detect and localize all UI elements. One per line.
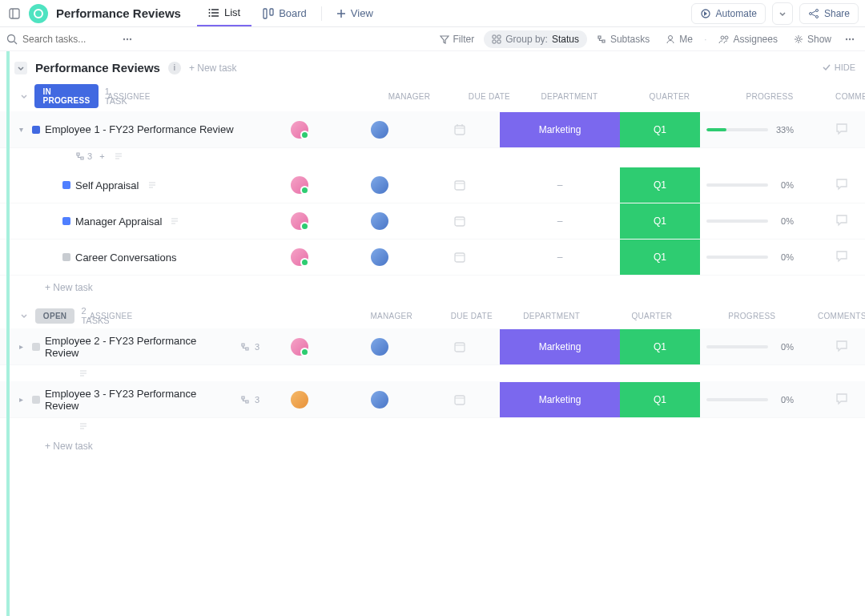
progress-cell[interactable]: 0% — [700, 252, 800, 262]
assignee-avatar[interactable] — [291, 212, 308, 230]
progress-cell[interactable]: 33% — [700, 125, 800, 135]
manager-avatar[interactable] — [371, 338, 388, 356]
subtasks-button[interactable]: Subtasks — [590, 30, 656, 48]
filter-button[interactable]: Filter — [433, 30, 481, 48]
quarter-cell[interactable]: Q1 — [620, 203, 700, 239]
col-due-date[interactable]: DUE DATE — [449, 92, 529, 101]
col-progress[interactable]: PROGRESS — [712, 312, 792, 320]
assignee-avatar[interactable] — [291, 391, 308, 409]
manager-avatar[interactable] — [371, 212, 388, 230]
group-new-task[interactable]: + New task — [189, 62, 237, 74]
col-comments[interactable]: COMMENTS — [810, 92, 865, 101]
comments-button[interactable] — [835, 122, 851, 138]
col-due-date[interactable]: DUE DATE — [432, 312, 512, 320]
automate-dropdown[interactable] — [772, 2, 793, 25]
col-manager[interactable]: MANAGER — [352, 312, 432, 320]
col-assignee[interactable]: ASSIGNEE — [0, 312, 352, 320]
comments-button[interactable] — [835, 339, 851, 355]
sidebar-toggle-button[interactable] — [6, 6, 22, 22]
search-input[interactable] — [22, 34, 119, 45]
quarter-cell[interactable]: Q1 — [620, 240, 700, 275]
status-box[interactable] — [62, 217, 70, 225]
comments-button[interactable] — [835, 213, 851, 229]
group-by-button[interactable]: Group by: Status — [484, 30, 587, 48]
expand-toggle[interactable]: ▾ — [19, 125, 27, 134]
space-title[interactable]: Performance Reviews — [56, 6, 181, 20]
due-date-picker[interactable] — [452, 213, 468, 229]
quarter-cell[interactable]: Q1 — [620, 167, 700, 203]
space-logo[interactable] — [29, 4, 48, 23]
due-date-picker[interactable] — [452, 122, 468, 138]
group-title[interactable]: Performance Reviews — [35, 61, 160, 74]
col-department[interactable]: DEPARTMENT — [529, 92, 610, 101]
subtask-row[interactable]: Career Conversations – Q1 0% — [0, 240, 865, 276]
quarter-cell[interactable]: Q1 — [620, 382, 700, 417]
share-button[interactable]: Share — [799, 3, 859, 24]
progress-cell[interactable]: 0% — [700, 342, 800, 352]
task-row[interactable]: ▾ Employee 1 - FY23 Performance Review M… — [0, 111, 865, 148]
subtask-title[interactable]: Manager Appraisal — [75, 215, 162, 227]
manager-avatar[interactable] — [371, 176, 388, 194]
manager-avatar[interactable] — [371, 248, 388, 266]
new-task-button[interactable]: + New task — [0, 434, 865, 461]
assignee-avatar[interactable] — [291, 176, 308, 194]
progress-cell[interactable]: 0% — [700, 216, 800, 226]
col-quarter[interactable]: QUARTER — [592, 312, 712, 320]
due-date-picker[interactable] — [452, 249, 468, 265]
department-cell[interactable]: – — [500, 167, 620, 203]
status-box[interactable] — [32, 396, 40, 404]
automate-button[interactable]: Automate — [691, 3, 766, 24]
comments-button[interactable] — [835, 177, 851, 193]
col-assignee[interactable]: ASSIGNEE — [0, 92, 369, 101]
task-row[interactable]: ▸ Employee 3 - FY23 Performance Review 3… — [0, 381, 865, 418]
status-box[interactable] — [62, 181, 70, 189]
manager-avatar[interactable] — [371, 121, 388, 139]
progress-cell[interactable]: 0% — [700, 180, 800, 190]
col-progress[interactable]: PROGRESS — [730, 92, 810, 101]
task-title[interactable]: Employee 3 - FY23 Performance Review — [45, 388, 232, 412]
assignee-avatar[interactable] — [291, 248, 308, 266]
assignee-avatar[interactable] — [291, 121, 308, 139]
group-collapse-toggle[interactable] — [14, 62, 27, 74]
subtask-row[interactable]: Manager Appraisal – Q1 0% — [0, 203, 865, 240]
group-info-button[interactable]: i — [168, 62, 181, 74]
assignees-button[interactable]: Assignees — [712, 30, 784, 48]
task-row[interactable]: ▸ Employee 2 - FY23 Performance Review 3… — [0, 328, 865, 365]
status-box[interactable] — [32, 126, 40, 134]
subtask-row[interactable]: Self Appraisal – Q1 0% — [0, 167, 865, 203]
expand-toggle[interactable]: ▸ — [19, 342, 27, 351]
col-department[interactable]: DEPARTMENT — [512, 312, 592, 320]
tab-list[interactable]: List — [197, 0, 251, 26]
col-comments[interactable]: COMMENTS — [792, 312, 865, 320]
task-title[interactable]: Employee 1 - FY23 Performance Review — [45, 123, 234, 135]
toolbar-more[interactable] — [841, 30, 859, 48]
department-cell[interactable]: Marketing — [500, 329, 620, 364]
department-cell[interactable]: Marketing — [500, 382, 620, 417]
add-view-button[interactable]: View — [325, 0, 384, 26]
show-button[interactable]: Show — [787, 30, 838, 48]
subtask-title[interactable]: Career Conversations — [75, 252, 176, 264]
hide-button[interactable]: HIDE — [822, 62, 855, 72]
new-task-button[interactable]: + New task — [0, 276, 865, 303]
department-cell[interactable]: Marketing — [500, 112, 620, 147]
due-date-picker[interactable] — [452, 339, 468, 355]
assignee-avatar[interactable] — [291, 338, 308, 356]
search-options[interactable] — [119, 30, 136, 48]
due-date-picker[interactable] — [452, 392, 468, 408]
status-box[interactable] — [62, 253, 70, 261]
tab-board[interactable]: Board — [251, 0, 318, 26]
status-box[interactable] — [32, 343, 40, 351]
comments-button[interactable] — [835, 249, 851, 265]
task-notes-indicator[interactable] — [0, 365, 865, 381]
progress-cell[interactable]: 0% — [700, 395, 800, 405]
add-subtask[interactable]: + — [99, 151, 104, 161]
manager-avatar[interactable] — [371, 391, 388, 409]
department-cell[interactable]: – — [500, 240, 620, 275]
task-title[interactable]: Employee 2 - FY23 Performance Review — [45, 335, 232, 359]
quarter-cell[interactable]: Q1 — [620, 112, 700, 147]
me-button[interactable]: Me — [659, 30, 699, 48]
department-cell[interactable]: – — [500, 203, 620, 239]
task-notes-indicator[interactable] — [0, 418, 865, 434]
quarter-cell[interactable]: Q1 — [620, 329, 700, 364]
comments-button[interactable] — [835, 392, 851, 408]
